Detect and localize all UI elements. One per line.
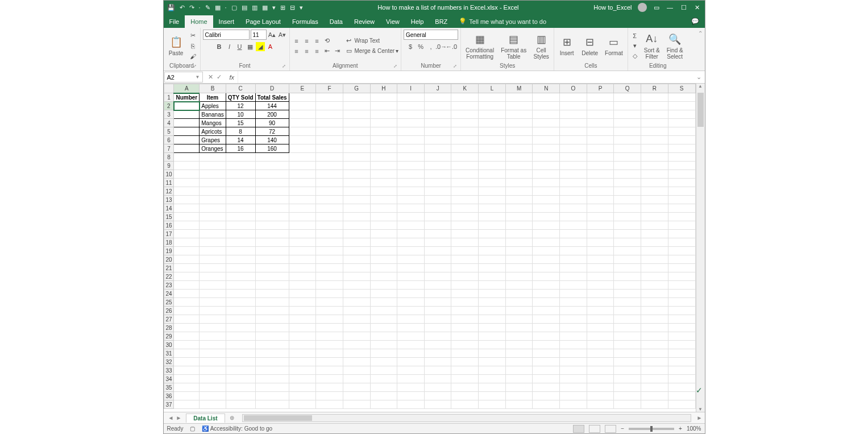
cell-C4[interactable]: 15: [226, 119, 255, 127]
qat-icon-6[interactable]: ⊞: [280, 4, 285, 11]
cell-S9[interactable]: [668, 162, 695, 170]
cell-P16[interactable]: [587, 221, 614, 230]
checkmark-icon[interactable]: ✓: [696, 386, 703, 395]
cell-D7[interactable]: 160: [255, 144, 289, 153]
cell-S13[interactable]: [668, 196, 695, 204]
cell-L12[interactable]: [479, 187, 506, 196]
cell-H24[interactable]: [370, 290, 397, 298]
cell-O30[interactable]: [560, 341, 587, 349]
tab-help[interactable]: Help: [405, 15, 430, 28]
cell-M12[interactable]: [505, 187, 533, 196]
cell-G31[interactable]: [343, 349, 370, 358]
row-header-36[interactable]: 36: [164, 392, 174, 400]
cell-N37[interactable]: [533, 400, 560, 409]
cell-I35[interactable]: [397, 383, 425, 392]
cell-K30[interactable]: [451, 341, 479, 349]
row-header-35[interactable]: 35: [164, 383, 174, 392]
cell-J1[interactable]: [424, 93, 451, 102]
cell-K5[interactable]: [451, 127, 479, 136]
cell-D37[interactable]: [255, 400, 289, 409]
cell-G2[interactable]: [343, 102, 370, 110]
cell-A18[interactable]: [174, 238, 200, 247]
cell-S5[interactable]: [668, 127, 695, 136]
cell-J32[interactable]: [424, 358, 451, 366]
cell-A8[interactable]: [174, 153, 200, 162]
cell-G14[interactable]: [343, 204, 370, 213]
cell-G25[interactable]: [343, 298, 370, 307]
scroll-up-icon[interactable]: ▲: [696, 84, 705, 89]
cell-R23[interactable]: [641, 281, 668, 290]
horizontal-scroll-thumb[interactable]: [244, 415, 312, 421]
cell-K16[interactable]: [451, 221, 479, 230]
decrease-font-icon[interactable]: A▾: [278, 30, 287, 39]
cell-S24[interactable]: [668, 290, 695, 298]
cell-B37[interactable]: [200, 400, 226, 409]
increase-font-icon[interactable]: A▴: [268, 30, 277, 39]
cell-F31[interactable]: [316, 349, 343, 358]
cell-M4[interactable]: [505, 119, 533, 127]
cell-E32[interactable]: [289, 358, 316, 366]
sheet-nav-prev-icon[interactable]: ◄: [168, 415, 174, 421]
cell-C9[interactable]: [226, 162, 255, 170]
cut-icon[interactable]: ✂: [189, 31, 198, 40]
cell-R18[interactable]: [641, 238, 668, 247]
cell-R27[interactable]: [641, 315, 668, 324]
cell-N1[interactable]: [533, 93, 560, 102]
cell-D25[interactable]: [255, 298, 289, 307]
cell-I5[interactable]: [397, 127, 425, 136]
comma-icon[interactable]: ,: [426, 42, 435, 51]
cell-N32[interactable]: [533, 358, 560, 366]
cell-J20[interactable]: [424, 255, 451, 264]
expand-formula-bar-icon[interactable]: ⌄: [693, 73, 705, 81]
cell-B31[interactable]: [200, 349, 226, 358]
font-size-input[interactable]: [251, 30, 267, 40]
cell-A26[interactable]: [174, 307, 200, 315]
cell-A35[interactable]: [174, 383, 200, 392]
cell-B16[interactable]: [200, 221, 226, 230]
cell-A27[interactable]: [174, 315, 200, 324]
cell-B23[interactable]: [200, 281, 226, 290]
cell-B28[interactable]: [200, 324, 226, 332]
cell-P18[interactable]: [587, 238, 614, 247]
touch-icon[interactable]: ✎: [205, 4, 210, 11]
cell-A10[interactable]: [174, 170, 200, 179]
cell-P15[interactable]: [587, 213, 614, 221]
cell-N34[interactable]: [533, 375, 560, 383]
cell-K7[interactable]: [451, 144, 479, 153]
delete-cells-button[interactable]: ⊟ Delete: [579, 34, 600, 57]
cell-C32[interactable]: [226, 358, 255, 366]
cell-J7[interactable]: [424, 144, 451, 153]
cell-O29[interactable]: [560, 332, 587, 341]
cell-L13[interactable]: [479, 196, 506, 204]
cell-L36[interactable]: [479, 392, 506, 400]
cell-K31[interactable]: [451, 349, 479, 358]
cell-N23[interactable]: [533, 281, 560, 290]
cell-O6[interactable]: [560, 136, 587, 144]
row-header-6[interactable]: 6: [164, 136, 174, 144]
cell-N31[interactable]: [533, 349, 560, 358]
cell-K14[interactable]: [451, 204, 479, 213]
cell-D22[interactable]: [255, 272, 289, 281]
cell-E9[interactable]: [289, 162, 316, 170]
cell-N36[interactable]: [533, 392, 560, 400]
cell-D9[interactable]: [255, 162, 289, 170]
row-header-22[interactable]: 22: [164, 272, 174, 281]
cell-S10[interactable]: [668, 170, 695, 179]
cell-F16[interactable]: [316, 221, 343, 230]
cell-O25[interactable]: [560, 298, 587, 307]
cell-R17[interactable]: [641, 230, 668, 238]
cell-N26[interactable]: [533, 307, 560, 315]
zoom-out-icon[interactable]: −: [621, 425, 624, 432]
cell-C1[interactable]: QTY Sold: [226, 93, 255, 102]
cell-J35[interactable]: [424, 383, 451, 392]
cell-C7[interactable]: 16: [226, 144, 255, 153]
cell-F37[interactable]: [316, 400, 343, 409]
cell-H1[interactable]: [370, 93, 397, 102]
cell-E34[interactable]: [289, 375, 316, 383]
cell-S14[interactable]: [668, 204, 695, 213]
fill-color-icon[interactable]: ◢: [256, 42, 265, 51]
cell-L1[interactable]: [479, 93, 506, 102]
cell-N21[interactable]: [533, 264, 560, 272]
cell-G7[interactable]: [343, 144, 370, 153]
sheet-tab[interactable]: Data List: [186, 414, 225, 423]
